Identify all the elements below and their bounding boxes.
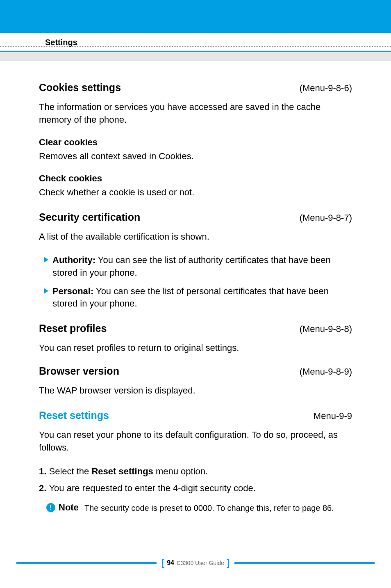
check-cookies-heading: Check cookies <box>39 173 352 184</box>
breadcrumb-text: Settings <box>45 38 77 47</box>
footer-rule-left <box>16 562 157 564</box>
personal-body: You can see the list of personal certifi… <box>52 286 329 309</box>
browser-body: The WAP browser version is displayed. <box>39 384 352 397</box>
footer-center: [ 94 C3300 User Guide ] <box>157 558 234 568</box>
breadcrumb-bar: Settings <box>0 33 391 52</box>
footer-rule-right <box>234 562 375 564</box>
authority-item: Authority: You can see the list of autho… <box>39 254 352 279</box>
step1-b: menu option. <box>153 466 208 476</box>
browser-menu-ref: (Menu-9-8-9) <box>300 366 352 377</box>
reset-settings-heading-row: Reset settings Menu-9-9 <box>39 410 352 421</box>
reset-step-1: 1. Select the Reset settings menu option… <box>39 464 352 478</box>
reset-profiles-body: You can reset profiles to return to orig… <box>39 342 352 355</box>
cookies-menu-ref: (Menu-9-8-6) <box>300 83 352 94</box>
note-row: ! Note The security code is preset to 00… <box>46 502 352 514</box>
personal-label: Personal: <box>52 286 93 296</box>
personal-text: Personal: You can see the list of person… <box>52 285 352 311</box>
personal-item: Personal: You can see the list of person… <box>39 285 352 311</box>
security-intro: A list of the available certification is… <box>39 231 352 243</box>
reset-profiles-heading-row: Reset profiles (Menu-9-8-8) <box>39 323 352 334</box>
authority-label: Authority: <box>52 255 95 265</box>
cookies-intro: The information or services you have acc… <box>39 101 352 126</box>
gray-strip <box>0 52 391 61</box>
bracket-right-icon: ] <box>227 558 230 568</box>
reset-profiles-title: Reset profiles <box>39 323 107 334</box>
note-label: Note <box>59 502 79 513</box>
browser-heading-row: Browser version (Menu-9-8-9) <box>39 365 352 377</box>
reset-step-2: 2. You are requested to enter the 4-digi… <box>39 481 352 495</box>
note-body: The security code is preset to 0000. To … <box>84 502 334 514</box>
check-cookies-body: Check whether a cookie is used or not. <box>39 186 352 199</box>
bracket-left-icon: [ <box>161 558 164 568</box>
clear-cookies-heading: Clear cookies <box>39 137 352 148</box>
step1-bold: Reset settings <box>91 466 153 476</box>
cookies-heading-row: Cookies settings (Menu-9-8-6) <box>39 82 352 94</box>
reset-profiles-menu-ref: (Menu-9-8-8) <box>300 324 352 334</box>
authority-text: Authority: You can see the list of autho… <box>52 254 352 279</box>
clear-cookies-body: Removes all context saved in Cookies. <box>39 150 352 163</box>
step1-a: Select the <box>49 466 91 476</box>
bullet-icon <box>44 288 48 294</box>
security-heading-row: Security certification (Menu-9-8-7) <box>39 211 352 223</box>
step2-body: You are requested to enter the 4-digit s… <box>49 483 255 493</box>
security-menu-ref: (Menu-9-8-7) <box>300 213 352 223</box>
reset-settings-intro: You can reset your phone to its default … <box>39 429 352 454</box>
step2-prefix: 2. <box>39 483 49 493</box>
top-banner <box>0 0 391 33</box>
page-content: Cookies settings (Menu-9-8-6) The inform… <box>0 61 391 514</box>
security-title: Security certification <box>39 211 140 223</box>
page-footer: [ 94 C3300 User Guide ] <box>0 558 391 568</box>
reset-settings-title: Reset settings <box>39 410 109 421</box>
cookies-title: Cookies settings <box>39 82 121 94</box>
step1-prefix: 1. <box>39 466 49 476</box>
guide-label: C3300 User Guide <box>177 560 224 566</box>
page-number: 94 <box>167 559 174 567</box>
info-icon: ! <box>46 503 55 512</box>
browser-title: Browser version <box>39 365 119 377</box>
bullet-icon <box>44 257 48 263</box>
reset-settings-menu-ref: Menu-9-9 <box>314 411 352 421</box>
